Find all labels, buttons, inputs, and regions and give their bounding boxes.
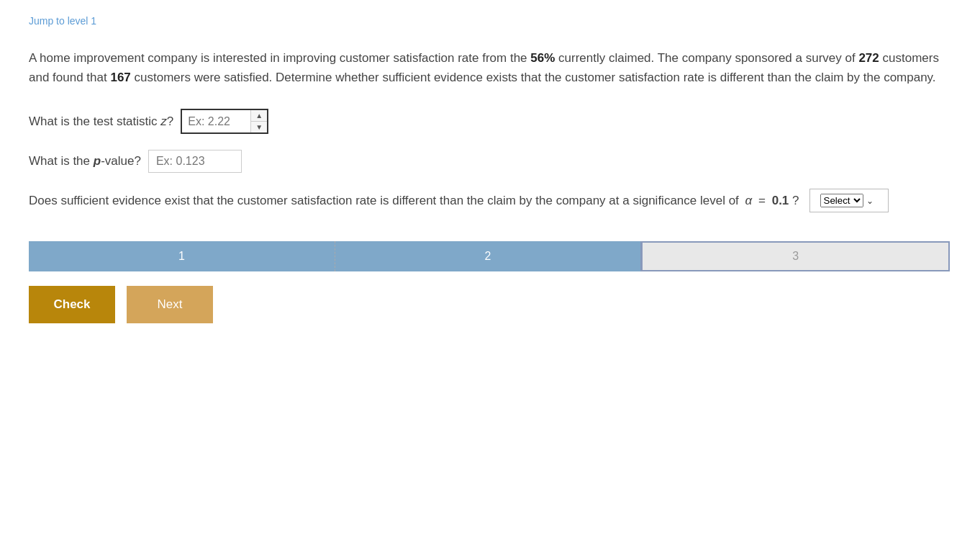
question3-row: Does sufficient evidence exist that the … xyxy=(29,189,950,212)
next-button[interactable]: Next xyxy=(127,286,213,323)
question2-label: What is the p-value? xyxy=(29,154,141,168)
z-variable: z xyxy=(160,114,167,128)
question2-row: What is the p-value? xyxy=(29,150,950,173)
buttons-row: Check Next xyxy=(29,286,950,323)
spinner-down-arrow[interactable]: ▼ xyxy=(251,122,267,132)
problem-text-after-167: customers were satisfied. Determine whet… xyxy=(131,71,936,84)
p-variable: p xyxy=(94,154,101,168)
question1-row: What is the test statistic z? ▲ ▼ xyxy=(29,109,950,134)
question3-label: Does sufficient evidence exist that the … xyxy=(29,194,799,208)
value-56: 56% xyxy=(530,51,555,65)
progress-segment-3[interactable]: 3 xyxy=(641,241,950,271)
progress-segment-2[interactable]: 2 xyxy=(335,241,642,271)
select-dropdown[interactable]: Select Yes No ⌄ xyxy=(809,189,889,212)
value-272: 272 xyxy=(858,51,879,65)
progress-segment-1[interactable]: 1 xyxy=(29,241,335,271)
chevron-down-icon: ⌄ xyxy=(866,196,874,206)
spinner-up-arrow[interactable]: ▲ xyxy=(251,110,267,122)
p-value-input[interactable] xyxy=(148,150,242,173)
spinner-arrows: ▲ ▼ xyxy=(250,110,267,132)
problem-text-after-56: currently claimed. The company sponsored… xyxy=(555,51,858,65)
evidence-select[interactable]: Select Yes No xyxy=(820,194,863,207)
check-button[interactable]: Check xyxy=(29,286,115,323)
alpha-expr: α = 0.1 xyxy=(745,194,792,207)
problem-text-before-56: A home improvement company is interested… xyxy=(29,51,530,65)
progress-bar: 1 2 3 xyxy=(29,241,950,271)
question1-label: What is the test statistic z? xyxy=(29,114,173,129)
z-input[interactable] xyxy=(182,112,250,132)
value-167: 167 xyxy=(110,71,130,84)
problem-statement: A home improvement company is interested… xyxy=(29,48,950,87)
z-spinner-wrapper: ▲ ▼ xyxy=(181,109,268,134)
jump-to-level-link[interactable]: Jump to level 1 xyxy=(29,15,96,27)
